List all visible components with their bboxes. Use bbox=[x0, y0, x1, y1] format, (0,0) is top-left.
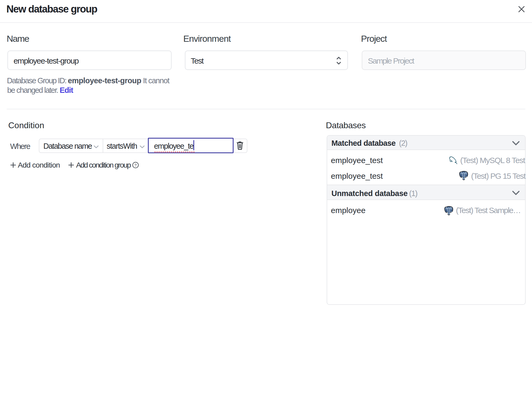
svg-text:?: ? bbox=[134, 163, 136, 167]
